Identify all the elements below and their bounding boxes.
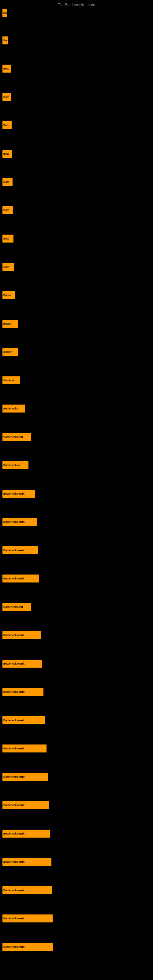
bar-row: Bottl [2,234,13,243]
bar-label: Bott [2,93,11,101]
bar-row: Bottl [2,178,13,186]
bar-row: Bott [2,93,11,101]
bar-label: Bottl [2,263,14,271]
bar-row: Bottleneck result [2,659,42,668]
bar-label: Bottl [2,235,13,243]
bar-row: Bottleneck result [2,631,41,640]
bar-label: Bottleneck result [2,915,53,923]
bar-label: Bottleneck result [2,546,38,554]
bar-row: Bottleneck result [2,716,45,725]
bar-label: Bottleneck result [2,943,53,951]
bar-label: Bottleneck result [2,716,45,724]
bar-label: Bottleneck resu [2,603,31,611]
bars-container: BoBoBottBottBottBottlBottlBottlBottlBott… [0,0,153,980]
bar-label: Bottlen [2,320,18,328]
bar-row: Bottleneck result [2,914,53,923]
bar-label: Bottleneck r [2,404,25,412]
bar-row: Bottle [2,291,15,299]
bar-row: Bottleneck result [2,773,48,781]
bar-label: Bottlen [2,348,18,356]
bar-row: Bottl [2,206,13,215]
bar-row: Bottl [2,263,14,271]
bar-row: Bottleneck resu [2,433,31,441]
bar-label: Bottl [2,206,13,214]
bar-row: Bottl [2,150,12,158]
bar-row: Bottleneck result [2,801,49,810]
bar-label: Bottleneck result [2,490,35,498]
bar-label: Bottleneck result [2,858,51,866]
bar-label: Bottleneck result [2,518,37,526]
bar-row: Bottleneck result [2,574,39,583]
bar-label: Bottleneck result [2,574,39,582]
bar-row: Bottleneck result [2,829,50,838]
bar-label: Bottleneck result [2,886,52,894]
bar-label: Bott [2,121,12,129]
bar-label: Bottleneck result [2,631,41,639]
bar-label: Bottleneck result [2,660,42,668]
bar-row: Bottleneck result [2,546,38,555]
bar-row: Bottleneck result [2,886,52,894]
bar-row: Bott [2,121,12,130]
bar-row: Bottlenec [2,376,20,385]
bar-label: Bottleneck result [2,745,46,752]
bar-row: Bottlen [2,320,18,328]
bar-row: Bott [2,64,11,73]
bar-label: Bottl [2,178,13,186]
bar-label: Bottleneck result [2,688,43,696]
bar-label: Bottleneck result [2,801,49,809]
bar-label: Bottleneck result [2,830,50,838]
bar-label: Bottleneck re [2,461,29,469]
bar-row: Bottleneck result [2,744,46,753]
bar-label: Bottl [2,150,12,158]
bar-label: Bott [2,65,11,73]
bar-label: Bo [2,37,8,45]
bar-label: Bottleneck result [2,773,48,781]
bar-label: Bo [2,9,7,17]
bar-label: Bottleneck resu [2,433,31,441]
bar-row: Bottlen [2,348,18,356]
bar-label: Bottle [2,291,15,299]
bar-row: Bottleneck result [2,943,53,951]
bar-row: Bottleneck r [2,404,25,413]
bar-row: Bo [2,9,7,17]
bar-row: Bottleneck result [2,858,51,866]
bar-row: Bo [2,36,8,45]
bar-row: Bottleneck result [2,489,35,498]
bar-row: Bottleneck resu [2,603,31,611]
bar-row: Bottleneck re [2,461,29,469]
bar-row: Bottleneck result [2,517,37,526]
bar-row: Bottleneck result [2,687,43,696]
bar-label: Bottlenec [2,376,20,384]
